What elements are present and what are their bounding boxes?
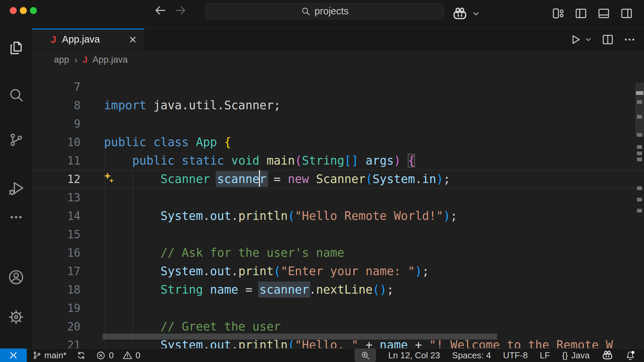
notifications-button[interactable] [625, 350, 635, 360]
line-number[interactable]: 15 [32, 225, 80, 244]
tab-app-java[interactable]: J App.java × [32, 28, 144, 49]
eol-status[interactable]: LF [540, 350, 550, 361]
more-actions-icon [623, 33, 636, 46]
settings-button[interactable] [0, 307, 32, 327]
command-center-search[interactable]: projects [205, 3, 444, 19]
tab-label: App.java [62, 34, 100, 45]
branch-name: main* [44, 350, 66, 361]
remote-indicator[interactable] [0, 349, 27, 362]
sidebar-item-source-control[interactable] [0, 130, 32, 150]
sidebar-item-explorer[interactable] [0, 38, 32, 58]
code-line[interactable]: 7 [32, 78, 644, 96]
chevron-down-icon [584, 36, 592, 44]
code-line[interactable]: 8import java.util.Scanner; [32, 96, 644, 115]
code-text: // Ask for the user's name [104, 244, 344, 262]
encoding-status[interactable]: UTF-8 [503, 350, 528, 361]
overview-ruler-mark [637, 133, 642, 137]
breadcrumb-folder[interactable]: app [54, 55, 69, 65]
code-text: System.out.print("Enter your name: "); [104, 262, 429, 281]
code-line[interactable]: 15 [32, 225, 644, 244]
indent-guide [105, 188, 105, 207]
code-line[interactable]: 17 System.out.print("Enter your name: ")… [32, 262, 644, 281]
title-bar: projects [0, 0, 644, 28]
code-line[interactable]: 11 public static void main(String[] args… [32, 152, 644, 170]
toggle-panel-button[interactable] [597, 7, 610, 20]
customize-layout-button[interactable] [551, 7, 565, 20]
close-window-button[interactable] [10, 7, 17, 14]
line-number[interactable]: 11 [32, 152, 80, 170]
code-line[interactable]: 20 // Greet the user [32, 317, 644, 336]
account-icon [8, 269, 24, 286]
overview-ruler-mark [637, 115, 642, 119]
indentation-status[interactable]: Spaces: 4 [452, 350, 491, 361]
sidebar-item-run-debug[interactable] [0, 179, 32, 199]
code-line[interactable]: 18 String name = scanner.nextLine(); [32, 281, 644, 299]
back-arrow-icon [154, 4, 166, 17]
code-editor[interactable]: 78import java.util.Scanner;910public cla… [32, 69, 644, 349]
navigate-forward-button[interactable] [174, 4, 187, 17]
line-number[interactable]: 10 [32, 133, 80, 152]
code-line[interactable]: 9 [32, 115, 644, 133]
branch-icon [32, 351, 42, 360]
problems-status[interactable]: 0 0 [96, 350, 140, 361]
explorer-icon [8, 40, 24, 56]
source-control-icon [8, 132, 24, 148]
code-line[interactable]: 10public class App { [32, 133, 644, 152]
line-number[interactable]: 12 [32, 170, 80, 188]
indent-guide [133, 188, 133, 207]
code-text: public class App { [104, 133, 231, 152]
line-number[interactable]: 19 [32, 299, 80, 317]
line-number[interactable]: 8 [32, 96, 80, 115]
editor-more-actions-button[interactable] [623, 33, 636, 46]
code-line[interactable]: 19 [32, 299, 644, 317]
vertical-scrollbar-thumb[interactable] [635, 83, 644, 136]
close-tab-button[interactable]: × [129, 35, 137, 45]
activity-more-button[interactable] [0, 207, 32, 227]
code-line[interactable]: 12 Scanner scanner = new Scanner(System.… [32, 170, 644, 188]
zoom-status-button[interactable] [355, 349, 376, 362]
code-line[interactable]: 16 // Ask for the user's name [32, 244, 644, 262]
accounts-button[interactable] [0, 267, 32, 287]
line-number[interactable]: 17 [32, 262, 80, 281]
code-line[interactable]: 14 System.out.println("Hello Remote Worl… [32, 207, 644, 225]
overview-ruler-mark [637, 198, 642, 201]
indent-guide [133, 225, 133, 244]
line-number[interactable]: 16 [32, 244, 80, 262]
copilot-menu-button[interactable] [452, 6, 480, 21]
overview-ruler-mark [637, 100, 642, 104]
code-text: // Greet the user [104, 317, 281, 336]
breadcrumb-file[interactable]: App.java [93, 55, 128, 65]
language-status[interactable]: {} Java [562, 350, 590, 361]
minimize-window-button[interactable] [20, 7, 27, 14]
line-number[interactable]: 18 [32, 281, 80, 299]
line-number[interactable]: 20 [32, 317, 80, 336]
zoom-window-button[interactable] [30, 7, 37, 14]
line-number[interactable]: 21 [32, 336, 80, 349]
split-editor-button[interactable] [601, 33, 614, 46]
branch-status[interactable]: main* [32, 350, 66, 361]
overview-ruler[interactable] [635, 69, 644, 349]
customize-layout-icon [551, 7, 565, 20]
zoom-in-icon [361, 351, 370, 360]
overview-ruler-mark [637, 186, 642, 190]
more-icon [9, 210, 23, 225]
sidebar-item-search[interactable] [0, 85, 32, 105]
overview-ruler-mark [637, 158, 642, 161]
line-number[interactable]: 9 [32, 115, 80, 133]
run-java-button[interactable] [569, 34, 592, 46]
horizontal-scrollbar[interactable] [103, 334, 497, 340]
code-line[interactable]: 13 [32, 188, 644, 207]
toggle-secondary-sidebar-button[interactable] [620, 7, 633, 20]
line-number[interactable]: 13 [32, 188, 80, 207]
overview-ruler-mark [636, 91, 643, 95]
line-number[interactable]: 7 [32, 78, 80, 96]
overview-ruler-mark [637, 152, 642, 155]
line-number[interactable]: 14 [32, 207, 80, 225]
window-controls [10, 7, 37, 14]
toggle-primary-sidebar-button[interactable] [574, 7, 588, 20]
overview-ruler-mark [637, 209, 642, 213]
sync-changes-button[interactable] [76, 351, 86, 360]
cursor-position-status[interactable]: Ln 12, Col 23 [388, 350, 440, 361]
copilot-status-button[interactable] [602, 350, 613, 361]
navigate-back-button[interactable] [154, 4, 166, 17]
